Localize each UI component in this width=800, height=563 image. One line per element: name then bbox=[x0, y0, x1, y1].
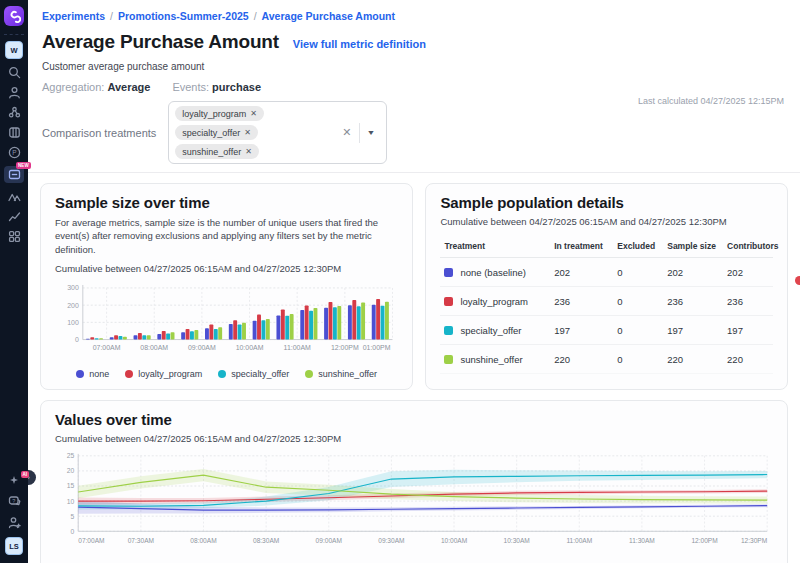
chip-specialty-offer[interactable]: specialty_offer✕ bbox=[175, 125, 258, 140]
app-root: W P NEW AI bbox=[0, 0, 800, 563]
statsig-logo-icon[interactable] bbox=[4, 6, 24, 26]
svg-text:10: 10 bbox=[67, 498, 75, 505]
sidebar-footer: AI ? LS bbox=[5, 474, 23, 555]
product-analytics-icon-selected[interactable]: NEW bbox=[4, 166, 24, 183]
svg-text:09:00AM: 09:00AM bbox=[316, 537, 342, 544]
values-title: Values over time bbox=[55, 411, 773, 428]
aggregation-value: Average bbox=[107, 81, 150, 93]
population-card: Sample population details Cumulative bet… bbox=[425, 183, 788, 390]
svg-text:07:30AM: 07:30AM bbox=[128, 537, 154, 544]
sample-size-title: Sample size over time bbox=[55, 194, 398, 211]
treatment-swatch bbox=[444, 297, 453, 306]
content-area: Sample size over time For average metric… bbox=[28, 173, 800, 563]
workspace-tile[interactable]: W bbox=[5, 41, 23, 59]
apps-grid-icon[interactable] bbox=[6, 230, 22, 243]
main-content: Experiments/Promotions-Summer-2025/Avera… bbox=[28, 0, 800, 563]
legend-item-specialty: specialty_offer bbox=[218, 369, 289, 379]
search-icon[interactable] bbox=[6, 66, 22, 79]
svg-text:10:30AM: 10:30AM bbox=[504, 537, 530, 544]
breadcrumb-experiments[interactable]: Experiments bbox=[42, 10, 105, 22]
sidebar-divider bbox=[4, 34, 24, 35]
aggregation-label: Aggregation: bbox=[42, 81, 104, 93]
treatment-swatch bbox=[444, 268, 453, 277]
events-value: purchase bbox=[212, 81, 261, 93]
svg-text:11:30AM: 11:30AM bbox=[629, 537, 655, 544]
treatments-multiselect[interactable]: loyalty_program✕ specialty_offer✕ sunshi… bbox=[168, 101, 387, 164]
metric-definition-link[interactable]: View full metric definition bbox=[293, 38, 426, 50]
ai-assistant-icon[interactable]: AI bbox=[6, 474, 22, 487]
last-calculated: Last calculated 04/27/2025 12:15PM bbox=[638, 96, 784, 106]
new-badge: NEW bbox=[16, 162, 31, 169]
experiments-peaks-icon[interactable] bbox=[6, 190, 22, 203]
right-edge-indicator bbox=[795, 276, 800, 285]
user-icon[interactable] bbox=[6, 86, 22, 99]
bar-chart-legend: none loyalty_program specialty_offer sun… bbox=[55, 369, 398, 379]
col-sample-size: Sample size bbox=[663, 235, 723, 258]
svg-text:08:00AM: 08:00AM bbox=[140, 344, 168, 351]
population-title: Sample population details bbox=[440, 194, 773, 211]
comparison-row: Comparison treatments loyalty_program✕ s… bbox=[42, 101, 786, 164]
chevron-down-icon[interactable]: ▼ bbox=[360, 129, 383, 137]
breadcrumb: Experiments/Promotions-Summer-2025/Avera… bbox=[42, 10, 786, 22]
page-header: Experiments/Promotions-Summer-2025/Avera… bbox=[28, 0, 800, 173]
user-avatar[interactable]: LS bbox=[5, 537, 23, 555]
svg-text:15: 15 bbox=[67, 483, 75, 490]
chip-loyalty-program[interactable]: loyalty_program✕ bbox=[175, 106, 264, 121]
trend-chart-icon[interactable] bbox=[6, 210, 22, 223]
clear-all-icon[interactable]: ✕ bbox=[335, 126, 358, 139]
sample-size-description: For average metrics, sample size is the … bbox=[55, 216, 398, 256]
comparison-label: Comparison treatments bbox=[42, 127, 156, 139]
svg-text:10:00AM: 10:00AM bbox=[441, 537, 467, 544]
legend-item-sunshine: sunshine_offer bbox=[305, 369, 377, 379]
treatment-swatch bbox=[444, 355, 453, 364]
svg-text:11:00AM: 11:00AM bbox=[284, 344, 311, 351]
table-row: loyalty_program 2360236236 bbox=[440, 287, 773, 316]
svg-text:200: 200 bbox=[67, 302, 79, 309]
svg-text:07:00AM: 07:00AM bbox=[78, 537, 104, 544]
legend-item-loyalty: loyalty_program bbox=[125, 369, 202, 379]
segments-icon[interactable] bbox=[6, 106, 22, 119]
chip-remove-icon[interactable]: ✕ bbox=[250, 109, 257, 118]
svg-text:09:30AM: 09:30AM bbox=[378, 537, 404, 544]
svg-text:09:00AM: 09:00AM bbox=[188, 344, 216, 351]
sample-size-bar-chart: 010020030007:00AM08:00AM09:00AM10:00AM11… bbox=[55, 280, 398, 363]
metrics-catalog-icon[interactable] bbox=[6, 126, 22, 139]
svg-text:0: 0 bbox=[71, 528, 75, 535]
sample-size-card: Sample size over time For average metric… bbox=[40, 183, 413, 390]
chip-remove-icon[interactable]: ✕ bbox=[244, 128, 251, 137]
events-label: Events: bbox=[172, 81, 209, 93]
table-row: sunshine_offer 2200220220 bbox=[440, 345, 773, 374]
population-table: Treatment In treatment Excluded Sample s… bbox=[440, 235, 773, 374]
svg-text:25: 25 bbox=[67, 452, 75, 459]
legend-dot bbox=[305, 370, 313, 378]
svg-text:12:30PM: 12:30PM bbox=[741, 537, 767, 544]
col-excluded: Excluded bbox=[613, 235, 663, 258]
svg-text:12:00PM: 12:00PM bbox=[691, 537, 717, 544]
svg-text:01:00PM: 01:00PM bbox=[363, 344, 391, 351]
breadcrumb-current[interactable]: Average Purchase Amount bbox=[262, 10, 395, 22]
help-chat-icon[interactable]: ? bbox=[6, 495, 22, 508]
invite-user-icon[interactable] bbox=[6, 516, 22, 529]
values-cumulative: Cumulative between 04/27/2025 06:15AM an… bbox=[55, 433, 773, 444]
svg-text:12:00PM: 12:00PM bbox=[331, 344, 359, 351]
svg-text:07:00AM: 07:00AM bbox=[93, 344, 121, 351]
svg-text:08:30AM: 08:30AM bbox=[253, 537, 279, 544]
svg-text:08:00AM: 08:00AM bbox=[190, 537, 216, 544]
table-header-row: Treatment In treatment Excluded Sample s… bbox=[440, 235, 773, 258]
chip-sunshine-offer[interactable]: sunshine_offer✕ bbox=[175, 144, 259, 159]
breadcrumb-separator: / bbox=[110, 10, 113, 22]
chip-remove-icon[interactable]: ✕ bbox=[245, 147, 252, 156]
col-contributors: Contributors bbox=[723, 235, 773, 258]
metric-description: Customer average purchase amount bbox=[42, 61, 786, 72]
svg-text:10:00AM: 10:00AM bbox=[236, 344, 264, 351]
page-title: Average Purchase Amount bbox=[42, 31, 279, 53]
breadcrumb-experiment-name[interactable]: Promotions-Summer-2025 bbox=[118, 10, 249, 22]
values-line-chart: 051015202507:00AM07:30AM08:00AM08:30AM09… bbox=[55, 450, 773, 558]
svg-text:300: 300 bbox=[67, 284, 79, 291]
pulse-icon[interactable]: P bbox=[6, 146, 22, 159]
treatment-chips: loyalty_program✕ specialty_offer✕ sunshi… bbox=[175, 106, 335, 159]
sample-size-cumulative: Cumulative between 04/27/2025 06:15AM an… bbox=[55, 263, 398, 274]
svg-text:20: 20 bbox=[67, 468, 75, 475]
aggregation-row: Aggregation:AverageEvents:purchase bbox=[42, 81, 786, 93]
pulse-letter: P bbox=[12, 149, 16, 156]
